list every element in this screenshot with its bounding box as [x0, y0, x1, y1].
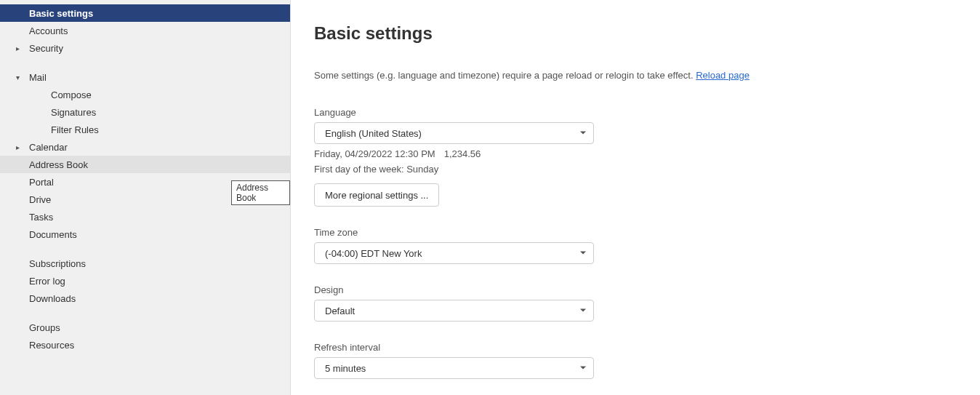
chevron-right-icon: ▸ — [13, 44, 22, 52]
refresh-value: 5 minutes — [325, 363, 366, 374]
sidebar-item-label: Portal — [29, 177, 54, 188]
sidebar-item-address-book[interactable]: Address Book — [0, 156, 290, 173]
nav-spacer — [0, 57, 290, 68]
sidebar-item-downloads[interactable]: Downloads — [0, 290, 290, 307]
sidebar-item-accounts[interactable]: Accounts — [0, 22, 290, 39]
sidebar-item-filter-rules[interactable]: Filter Rules — [0, 121, 290, 138]
settings-main: Basic settings Some settings (e.g. langu… — [291, 0, 980, 395]
sidebar-item-label: Downloads — [29, 293, 76, 304]
language-group: Language English (United States) Friday,… — [314, 107, 980, 207]
example-date: Friday, 04/29/2022 12:30 PM — [314, 148, 435, 159]
chevron-down-icon: ▾ — [13, 73, 22, 81]
sidebar-item-security[interactable]: ▸Security — [0, 39, 290, 57]
sidebar-item-label: Security — [29, 43, 63, 54]
sidebar-item-label: Subscriptions — [29, 258, 86, 269]
nav-spacer — [0, 243, 290, 255]
sidebar-item-compose[interactable]: Compose — [0, 86, 290, 103]
language-label: Language — [314, 107, 980, 118]
reload-notice: Some settings (e.g. language and timezon… — [314, 70, 980, 81]
first-day-text: First day of the week: Sunday — [314, 164, 980, 175]
sidebar-item-label: Filter Rules — [51, 124, 99, 135]
design-label: Design — [314, 284, 980, 295]
sidebar-item-label: Tasks — [29, 212, 53, 223]
sidebar-item-mail[interactable]: ▾Mail — [0, 68, 290, 86]
page-title: Basic settings — [314, 23, 980, 44]
language-select[interactable]: English (United States) — [314, 122, 594, 144]
timezone-select[interactable]: (-04:00) EDT New York — [314, 242, 594, 264]
settings-sidebar: Basic settingsAccounts▸Security▾MailComp… — [0, 0, 291, 395]
sidebar-item-basic-settings[interactable]: Basic settings — [0, 4, 290, 22]
sidebar-item-tasks[interactable]: Tasks — [0, 208, 290, 226]
sidebar-item-groups[interactable]: Groups — [0, 319, 290, 336]
notice-text: Some settings (e.g. language and timezon… — [314, 70, 696, 81]
sidebar-item-label: Drive — [29, 194, 51, 205]
reload-page-link[interactable]: Reload page — [696, 70, 750, 81]
chevron-right-icon: ▸ — [13, 143, 22, 151]
design-select[interactable]: Default — [314, 300, 594, 322]
sidebar-item-error-log[interactable]: Error log — [0, 272, 290, 290]
timezone-group: Time zone (-04:00) EDT New York — [314, 227, 980, 264]
sidebar-item-label: Resources — [29, 340, 74, 351]
language-value: English (United States) — [325, 128, 422, 139]
sidebar-item-label: Signatures — [51, 107, 96, 118]
sidebar-item-calendar[interactable]: ▸Calendar — [0, 138, 290, 156]
sidebar-item-documents[interactable]: Documents — [0, 226, 290, 243]
example-number: 1,234.56 — [444, 148, 481, 159]
sidebar-item-label: Address Book — [29, 159, 88, 170]
sidebar-item-label: Error log — [29, 276, 65, 287]
design-group: Design Default — [314, 284, 980, 322]
sidebar-item-resources[interactable]: Resources — [0, 336, 290, 354]
tooltip-address-book: Address Book — [231, 180, 290, 205]
more-regional-button[interactable]: More regional settings ... — [314, 183, 439, 207]
sidebar-item-label: Calendar — [29, 142, 68, 153]
sidebar-item-label: Compose — [51, 89, 92, 100]
sidebar-item-label: Basic settings — [29, 8, 93, 19]
language-example: Friday, 04/29/2022 12:30 PM1,234.56 — [314, 148, 980, 159]
sidebar-item-label: Groups — [29, 322, 60, 333]
sidebar-item-label: Mail — [29, 72, 47, 83]
nav-spacer — [0, 307, 290, 319]
sidebar-item-label: Documents — [29, 229, 77, 240]
sidebar-item-label: Accounts — [29, 25, 68, 36]
sidebar-item-subscriptions[interactable]: Subscriptions — [0, 255, 290, 272]
sidebar-item-signatures[interactable]: Signatures — [0, 103, 290, 121]
timezone-label: Time zone — [314, 227, 980, 238]
refresh-label: Refresh interval — [314, 342, 980, 353]
design-value: Default — [325, 306, 355, 316]
refresh-group: Refresh interval 5 minutes — [314, 342, 980, 379]
refresh-select[interactable]: 5 minutes — [314, 357, 594, 379]
timezone-value: (-04:00) EDT New York — [325, 248, 422, 259]
